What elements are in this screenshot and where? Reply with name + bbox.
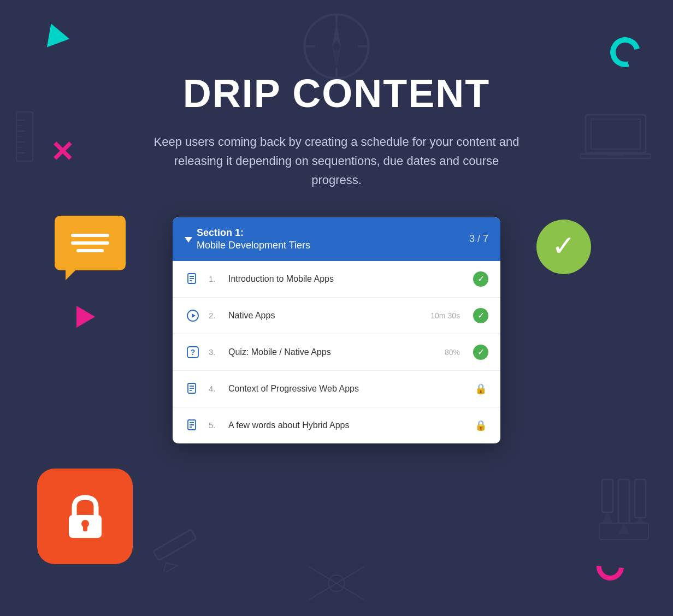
course-item[interactable]: 5. A few words about Hybrid Apps 🔒	[173, 407, 500, 443]
video-icon	[186, 309, 199, 322]
svg-marker-39	[192, 313, 196, 318]
check-icon: ✓	[477, 310, 485, 321]
course-items-list: 1. Introduction to Mobile Apps ✓ 2. Nati…	[173, 261, 500, 443]
status-locked-icon: 🔒	[473, 381, 488, 396]
page-subtitle: Keep users coming back by creating a sch…	[151, 132, 522, 190]
lock-icon: 🔒	[475, 383, 487, 395]
section-header[interactable]: Section 1: Mobile Development Tiers 3 / …	[173, 217, 500, 261]
quiz-icon: ?	[186, 346, 199, 359]
item-icon	[185, 271, 201, 287]
item-icon	[185, 381, 201, 397]
course-item[interactable]: 2. Native Apps 10m 30s ✓	[173, 298, 500, 334]
course-item[interactable]: 4. Context of Progressive Web Apps 🔒	[173, 371, 500, 407]
section-name: Mobile Development Tiers	[197, 240, 310, 251]
section-title-block: Section 1: Mobile Development Tiers	[197, 227, 310, 251]
item-meta: 80%	[445, 348, 460, 357]
section-label: Section 1:	[197, 227, 244, 238]
item-meta: 10m 30s	[430, 311, 460, 320]
page-title: DRIP CONTENT	[183, 71, 491, 116]
item-title: Introduction to Mobile Apps	[228, 274, 465, 284]
chevron-down-icon	[185, 237, 192, 242]
item-title: Native Apps	[228, 311, 423, 321]
check-icon: ✓	[477, 274, 485, 284]
lock-icon: 🔒	[475, 419, 487, 431]
check-icon: ✓	[477, 347, 485, 357]
status-locked-icon: 🔒	[473, 418, 488, 433]
item-number: 1.	[209, 274, 221, 283]
status-complete-icon: ✓	[473, 308, 488, 323]
item-icon	[185, 307, 201, 324]
item-title: Quiz: Mobile / Native Apps	[228, 347, 437, 357]
item-icon: ?	[185, 344, 201, 360]
course-item[interactable]: 1. Introduction to Mobile Apps ✓	[173, 261, 500, 298]
course-item[interactable]: ? 3. Quiz: Mobile / Native Apps 80% ✓	[173, 334, 500, 371]
section-progress: 3 / 7	[469, 233, 488, 245]
doc-icon	[186, 419, 199, 432]
item-number: 3.	[209, 347, 221, 357]
item-title: Context of Progressive Web Apps	[228, 384, 465, 394]
course-card: Section 1: Mobile Development Tiers 3 / …	[173, 217, 500, 443]
item-number: 4.	[209, 384, 221, 393]
status-complete-icon: ✓	[473, 271, 488, 287]
svg-text:?: ?	[191, 348, 196, 357]
item-number: 2.	[209, 311, 221, 320]
status-complete-icon: ✓	[473, 345, 488, 360]
item-title: A few words about Hybrid Apps	[228, 420, 465, 430]
section-header-left: Section 1: Mobile Development Tiers	[185, 227, 310, 251]
main-content: DRIP CONTENT Keep users coming back by c…	[0, 0, 673, 616]
item-number: 5.	[209, 420, 221, 430]
item-icon	[185, 417, 201, 434]
doc-icon	[186, 273, 199, 286]
doc-icon	[186, 382, 199, 395]
